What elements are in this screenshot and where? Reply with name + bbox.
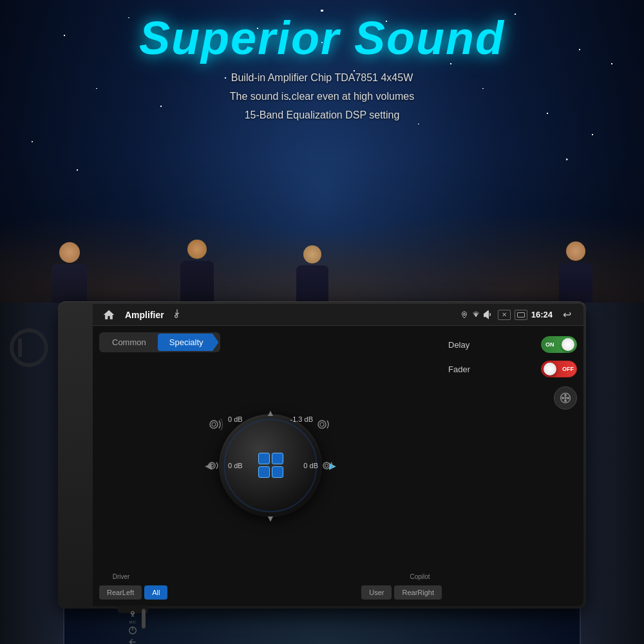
svg-point-22 bbox=[210, 421, 218, 428]
title-section: Superior Sound Build-in Amplifier Chip T… bbox=[0, 13, 644, 125]
delay-toggle-text: ON bbox=[545, 341, 554, 348]
tab-row: Common Specialty bbox=[99, 332, 220, 352]
tab-common[interactable]: Common bbox=[100, 334, 158, 351]
sidebar-back[interactable] bbox=[120, 637, 145, 644]
svg-point-34 bbox=[567, 397, 569, 399]
seat-fl[interactable] bbox=[258, 453, 270, 464]
svg-point-33 bbox=[562, 397, 564, 399]
svg-marker-21 bbox=[484, 310, 488, 318]
svg-point-27 bbox=[211, 464, 214, 467]
speaker-grid-container: ▲ ▼ ◀ ▶ bbox=[99, 357, 442, 573]
scroll-indicator bbox=[142, 608, 146, 611]
seat-display bbox=[245, 440, 296, 491]
main-container: Superior Sound Build-in Amplifier Chip T… bbox=[0, 0, 644, 644]
car-unit: MIC bbox=[58, 301, 586, 609]
position-labels-row: Driver Copilot bbox=[99, 573, 442, 580]
subtitle-text: Build-in Amplifier Chip TDA7851 4x45W Th… bbox=[0, 69, 644, 124]
db-front-right: -1.3 dB bbox=[290, 415, 313, 423]
close-window-btn[interactable]: ✕ bbox=[498, 310, 511, 320]
speaker-mid-right[interactable] bbox=[317, 455, 338, 476]
back-nav-btn[interactable]: ↩ bbox=[558, 306, 576, 324]
home-button[interactable] bbox=[100, 307, 117, 323]
tab-specialty[interactable]: Specialty bbox=[158, 334, 219, 351]
svg-point-0 bbox=[131, 611, 134, 614]
bottom-btn-row: RearLeft All User RearRight bbox=[99, 585, 442, 600]
svg-point-36 bbox=[565, 400, 567, 402]
fader-toggle-thumb bbox=[544, 363, 556, 375]
svg-point-24 bbox=[318, 421, 326, 428]
location-icon bbox=[460, 311, 468, 319]
svg-point-23 bbox=[212, 422, 216, 426]
delay-toggle[interactable]: ON bbox=[541, 336, 577, 353]
speaker-front-right[interactable] bbox=[314, 414, 335, 435]
copilot-label: Copilot bbox=[401, 573, 439, 580]
speaker-front-left[interactable] bbox=[206, 414, 227, 435]
btn-user[interactable]: User bbox=[361, 585, 392, 600]
arrow-up-btn[interactable]: ▲ bbox=[266, 408, 275, 418]
volume-icon bbox=[484, 310, 494, 319]
left-panel: Common Specialty ▲ ▼ ◀ ▶ bbox=[99, 332, 442, 600]
fader-toggle[interactable]: OFF bbox=[541, 361, 577, 377]
minimize-btn[interactable] bbox=[515, 310, 527, 320]
delay-toggle-thumb bbox=[562, 338, 574, 351]
car-right-panel bbox=[580, 303, 644, 644]
orchestra-area bbox=[0, 155, 644, 322]
btn-all[interactable]: All bbox=[144, 585, 167, 600]
status-icons: ✕ 16:24 bbox=[460, 310, 553, 320]
svg-point-28 bbox=[323, 462, 330, 469]
arrow-down-btn[interactable]: ▼ bbox=[266, 513, 275, 524]
svg-point-29 bbox=[325, 464, 328, 467]
db-mid-right: 0 dB bbox=[303, 462, 318, 469]
settings-game-btn[interactable] bbox=[554, 386, 577, 410]
btn-rear-right[interactable]: RearRight bbox=[394, 585, 442, 600]
main-title: Superior Sound bbox=[0, 13, 644, 64]
car-left-panel bbox=[0, 303, 64, 644]
db-front-left: 0 dB bbox=[228, 415, 243, 423]
speaker-mid-left[interactable] bbox=[203, 455, 223, 476]
svg-point-25 bbox=[320, 422, 324, 426]
right-panel: Delay ON Fader OFF bbox=[448, 332, 577, 600]
delay-label: Delay bbox=[448, 340, 480, 350]
svg-point-19 bbox=[463, 313, 465, 315]
wifi-icon bbox=[472, 311, 480, 319]
fader-control-row: Fader OFF bbox=[448, 359, 577, 379]
content-area: Common Specialty ▲ ▼ ◀ ▶ bbox=[93, 326, 583, 606]
seat-fr[interactable] bbox=[272, 453, 283, 464]
seat-rr[interactable] bbox=[272, 466, 283, 478]
db-mid-left: 0 dB bbox=[228, 462, 243, 469]
speaker-grid: ▲ ▼ ◀ ▶ bbox=[200, 401, 341, 530]
svg-point-26 bbox=[209, 462, 215, 469]
seat-rl[interactable] bbox=[258, 466, 270, 478]
delay-control-row: Delay ON bbox=[448, 335, 577, 354]
driver-label: Driver bbox=[102, 573, 140, 580]
left-sidebar: MIC bbox=[117, 605, 148, 613]
fader-label: Fader bbox=[448, 365, 480, 374]
scroll-thumb[interactable] bbox=[142, 609, 146, 629]
btn-rear-left[interactable]: RearLeft bbox=[99, 585, 142, 600]
screen: Amplifier bbox=[93, 304, 583, 606]
time-display: 16:24 bbox=[531, 310, 553, 319]
svg-point-20 bbox=[475, 316, 477, 317]
fader-toggle-text: OFF bbox=[562, 366, 574, 372]
app-title: Amplifier bbox=[125, 310, 164, 320]
usb-icon bbox=[172, 308, 182, 321]
top-bar: Amplifier bbox=[93, 304, 583, 326]
svg-point-35 bbox=[565, 395, 567, 397]
